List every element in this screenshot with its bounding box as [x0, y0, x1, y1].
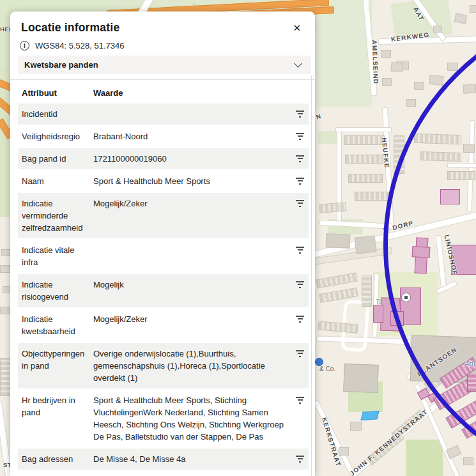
filter-icon[interactable]	[295, 350, 305, 358]
attr-value: De Misse 4, De Misse 4a	[93, 453, 288, 465]
building	[381, 50, 391, 58]
table-row: Indicatie risicogevend Mogelijk	[18, 274, 309, 307]
attr-label: Hr bedrijven in pand	[22, 394, 93, 443]
building	[433, 26, 442, 33]
table-row: Veiligheidsregio Brabant-Noord	[18, 126, 309, 147]
section-kwetsbare-panden[interactable]: Kwetsbare panden	[18, 56, 311, 74]
table-row: Bag pand id 1721100000019060	[18, 148, 309, 169]
terraced-houses	[355, 192, 391, 201]
panel-header: Locatie informatie ✕	[10, 12, 315, 37]
attr-label: Veiligheidsregio	[22, 130, 93, 142]
building	[390, 62, 403, 72]
attr-value: Sport & Healthclub Meer Sports, Stichtin…	[93, 394, 288, 443]
coordinates-text: WGS84: 5.528, 51.7346	[35, 41, 124, 50]
street-label-amelseind: AMELSEIND	[371, 40, 380, 84]
table-row: Indicatie verminderde zelfredzaamheid Mo…	[18, 193, 309, 238]
filter-icon[interactable]	[295, 155, 305, 164]
attr-label: Incidentid	[22, 108, 93, 120]
map-green-area	[406, 440, 443, 476]
section-label: Kwetsbare panden	[24, 60, 98, 70]
filter-icon[interactable]	[295, 456, 305, 464]
terraced-houses	[316, 273, 357, 289]
building	[447, 63, 458, 71]
oneway-arrow-icon: →	[249, 0, 256, 6]
street-label-partial-n: N	[315, 112, 322, 121]
impact-radius-circle	[383, 2, 476, 476]
table-header: Attribuut Waarde	[18, 80, 309, 104]
chevron-down-icon	[294, 59, 302, 68]
building	[463, 457, 473, 465]
table-row: Bag type object pand	[18, 471, 309, 476]
attr-label: Objecttyperingen in pand	[22, 348, 93, 384]
building	[339, 447, 349, 456]
attr-label: Indicatie risicogevend	[22, 279, 93, 303]
table-row: Incidentid	[18, 104, 309, 125]
attr-value	[93, 108, 288, 120]
filter-icon[interactable]	[295, 111, 305, 119]
panel-title: Locatie informatie	[21, 21, 119, 35]
street	[335, 127, 392, 132]
building	[470, 5, 476, 13]
scrollbar[interactable]	[311, 75, 312, 476]
table-row: Objecttyperingen in pand Overige onderwi…	[18, 343, 309, 388]
table-row: Indicatie kwetsbaarheid Mogelijk/Zeker	[18, 309, 309, 342]
filter-icon[interactable]	[295, 397, 305, 405]
terraced-houses	[344, 135, 385, 145]
building	[355, 235, 377, 254]
poi-label-co: & Co.	[319, 365, 335, 372]
building	[0, 307, 10, 314]
building	[406, 99, 416, 107]
attr-label: Bag pand id	[22, 153, 93, 165]
attribute-table: Attribuut Waarde Incidentid Veiligheidsr…	[18, 80, 309, 476]
attr-label: Indicatie verminderde zelfredzaamheid	[22, 197, 93, 234]
attr-value: 1721100000019060	[93, 153, 288, 165]
attr-value: Sport & Healthclub Meer Sports	[93, 175, 288, 187]
building	[382, 78, 392, 86]
filter-icon[interactable]	[295, 316, 305, 324]
large-building	[343, 364, 379, 393]
attr-label: Indicatie kwetsbaarheid	[22, 313, 93, 337]
attr-value	[93, 244, 288, 268]
terraced-houses	[362, 275, 372, 307]
info-icon: i	[20, 41, 29, 50]
building	[429, 75, 443, 86]
map-green-area	[318, 131, 337, 144]
attr-value: Overige onderwijslocatie (1),Buurthuis, …	[93, 348, 288, 384]
building	[0, 265, 10, 273]
filter-icon[interactable]	[295, 133, 305, 141]
attr-value: Mogelijk/Zeker	[93, 313, 288, 337]
attr-value: Mogelijk/Zeker	[93, 197, 288, 234]
attr-label: Bag adressen	[22, 453, 93, 465]
table-row: Naam Sport & Healthclub Meer Sports	[18, 171, 309, 192]
location-info-panel: Locatie informatie ✕ i WGS84: 5.528, 51.…	[10, 12, 315, 476]
close-button[interactable]: ✕	[291, 22, 302, 34]
terraced-houses	[345, 155, 383, 164]
building	[446, 445, 461, 459]
column-header-attribuut: Attribuut	[22, 88, 93, 98]
building	[350, 422, 362, 431]
filter-icon[interactable]	[295, 281, 305, 289]
attr-value: Brabant-Noord	[93, 130, 288, 142]
building	[414, 82, 424, 90]
column-header-waarde: Waarde	[93, 88, 288, 98]
filter-icon[interactable]	[295, 200, 305, 208]
coordinates-row: i WGS84: 5.528, 51.7346	[10, 37, 315, 56]
oneway-arrow-icon: ←	[192, 1, 198, 7]
attr-value: Mogelijk	[93, 279, 288, 303]
vulnerable-building	[373, 305, 383, 323]
filter-icon[interactable]	[295, 247, 305, 255]
terraced-houses	[348, 174, 383, 183]
attr-label: Naam	[22, 175, 93, 187]
table-row: Bag adressen De Misse 4, De Misse 4a	[18, 449, 309, 470]
building	[1, 249, 10, 256]
building	[326, 233, 351, 248]
attr-label: Indicatie vitale infra	[22, 244, 93, 268]
swimming-pool	[360, 411, 379, 420]
table-row: Hr bedrijven in pand Sport & Healthclub …	[18, 390, 309, 447]
table-row: Indicatie vitale infra	[18, 240, 309, 273]
filter-icon[interactable]	[295, 178, 305, 186]
building	[454, 13, 467, 24]
terraced-houses	[319, 202, 346, 213]
